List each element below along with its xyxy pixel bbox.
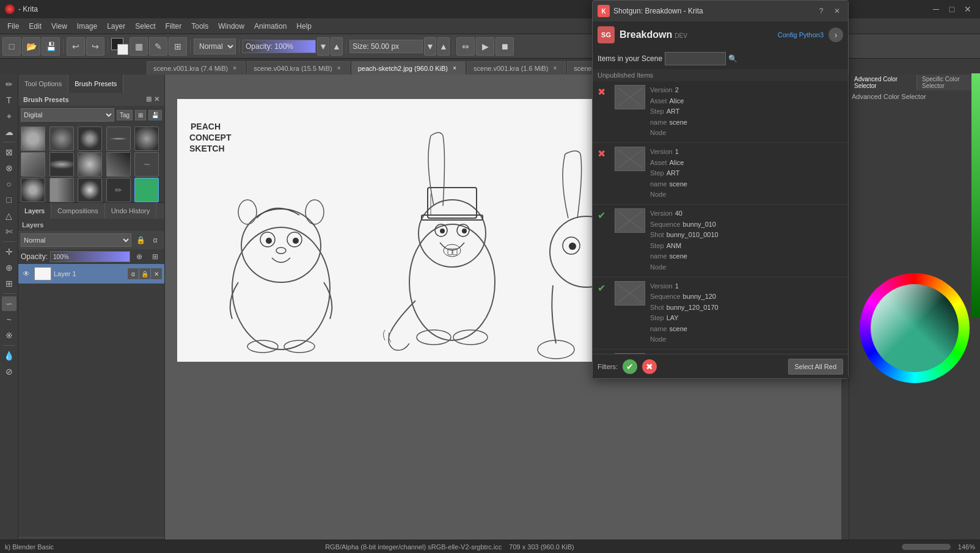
- rectangular-select-tool[interactable]: □: [2, 192, 16, 207]
- green-color-sidebar[interactable]: [971, 73, 980, 318]
- size-down-button[interactable]: ▼: [424, 37, 436, 56]
- brush-item-4[interactable]: [106, 126, 131, 151]
- minimize-button[interactable]: ─: [929, 3, 943, 15]
- freehand-select-tool[interactable]: ⊗: [2, 161, 16, 175]
- layer-opacity-btn[interactable]: ⊕: [133, 251, 146, 263]
- save-button[interactable]: 💾: [42, 37, 60, 56]
- layer-blend-select[interactable]: Normal: [21, 233, 131, 247]
- measurements-tool[interactable]: ⊞: [2, 276, 16, 291]
- canvas-content[interactable]: PEACH CONCEPT SKETCH: [177, 99, 623, 362]
- opacity-up-button[interactable]: ▲: [331, 37, 343, 56]
- brush-save-icon[interactable]: 💾: [148, 110, 162, 120]
- brush-item-8[interactable]: [78, 152, 102, 177]
- menu-item-file[interactable]: File: [2, 21, 24, 32]
- mirror-h-button[interactable]: ⇔: [456, 37, 475, 56]
- path-tool[interactable]: △: [2, 208, 16, 223]
- document-tab-2[interactable]: peach-sketch2.jpg (960.0 KiB)×: [351, 61, 466, 75]
- tab-close-2[interactable]: ×: [450, 64, 459, 73]
- breakdown-item-3[interactable]: ✔ Version40 Sequencebunny_010 Shotbunny_…: [593, 205, 848, 277]
- breakdown-help-button[interactable]: ?: [815, 5, 827, 17]
- brush-type-select[interactable]: Digital: [21, 108, 114, 122]
- tab-close-0[interactable]: ×: [230, 64, 239, 73]
- menu-item-edit[interactable]: Edit: [24, 21, 46, 32]
- brush-item-10[interactable]: ~: [134, 152, 159, 177]
- crop-tool[interactable]: ✄: [2, 224, 16, 239]
- blend-mode-select[interactable]: Normal: [194, 38, 236, 54]
- brush-item-2[interactable]: [49, 126, 74, 151]
- brush-item-14[interactable]: ✏: [106, 178, 131, 202]
- filter-green-button[interactable]: ✔: [623, 359, 637, 374]
- layer-lock-button[interactable]: 🔒: [134, 234, 147, 246]
- menu-item-image[interactable]: Image: [72, 21, 102, 32]
- size-bar[interactable]: Size: 50.00 px: [349, 40, 423, 53]
- menu-item-select[interactable]: Select: [130, 21, 160, 32]
- brush-item-5[interactable]: [134, 126, 159, 151]
- menu-item-tools[interactable]: Tools: [186, 21, 213, 32]
- brush-presets-close[interactable]: ✕: [154, 95, 159, 103]
- brush-item-15[interactable]: [134, 178, 159, 202]
- wrap-around-button[interactable]: ⊞: [169, 37, 187, 56]
- document-tab-0[interactable]: scene.v001.kra (7.4 MiB)×: [147, 61, 246, 75]
- brush-item-12[interactable]: [49, 178, 74, 202]
- select-all-red-button[interactable]: Select All Red: [788, 359, 843, 375]
- size-up-button[interactable]: ▲: [437, 37, 450, 56]
- stop-button[interactable]: ⏹: [495, 37, 514, 56]
- layer-visibility-toggle-1[interactable]: 👁: [21, 268, 32, 279]
- breakdown-item-5[interactable]: ✖ Version1 AssetAlice StepART namescene …: [593, 350, 848, 354]
- paint-bucket-tool[interactable]: ⊠: [2, 145, 16, 159]
- transform-tool[interactable]: ⊕: [2, 260, 16, 275]
- menu-item-window[interactable]: Window: [213, 21, 249, 32]
- layer-delete-btn[interactable]: ✕: [151, 268, 162, 279]
- color-selector[interactable]: [111, 38, 128, 55]
- freehand-brush-tool[interactable]: ✏: [2, 77, 16, 92]
- brush-item-3[interactable]: [78, 126, 102, 151]
- layer-row-1[interactable]: 👁 Layer 1 α 🔒 ✕: [18, 264, 164, 284]
- brush-item-9[interactable]: [106, 152, 131, 177]
- menu-item-view[interactable]: View: [46, 21, 72, 32]
- layer-inherit-btn[interactable]: α: [128, 268, 139, 279]
- pattern-button[interactable]: ▦: [130, 37, 148, 56]
- brush-item-6[interactable]: [21, 152, 45, 177]
- smear-tool[interactable]: ☁: [2, 125, 16, 139]
- contiguous-select-tool[interactable]: ○: [2, 177, 16, 191]
- undo-history-tab[interactable]: Undo History: [105, 203, 157, 219]
- assistant-tool[interactable]: ⊘: [2, 364, 16, 379]
- play-button[interactable]: ▶: [476, 37, 494, 56]
- breakdown-close-button[interactable]: ✕: [831, 5, 843, 17]
- document-tab-1[interactable]: scene.v040.kra (15.5 MiB)×: [247, 61, 349, 75]
- opacity-down-button[interactable]: ▼: [317, 37, 329, 56]
- breakdown-search-input[interactable]: [665, 52, 726, 65]
- advanced-color-selector-tab[interactable]: Advanced Color Selector: [849, 75, 917, 90]
- color-wheel-triangle[interactable]: [871, 284, 959, 372]
- layer-settings-btn[interactable]: ⊞: [148, 251, 162, 263]
- tab-close-1[interactable]: ×: [335, 64, 343, 73]
- brush-presets-tab[interactable]: Brush Presets: [68, 75, 123, 93]
- opacity-bar[interactable]: Opacity: 100%: [243, 40, 316, 53]
- brush-item-13[interactable]: [78, 178, 102, 202]
- menu-item-help[interactable]: Help: [291, 21, 316, 32]
- color-wheel-visual[interactable]: [860, 273, 970, 383]
- breakdown-item-2[interactable]: ✖ Version1 AssetAlice StepART namescene …: [593, 143, 848, 205]
- shape-tool[interactable]: ⌖: [2, 109, 16, 123]
- text-tool[interactable]: T: [2, 93, 16, 108]
- tab-close-3[interactable]: ×: [550, 64, 559, 73]
- move-tool[interactable]: ✛: [2, 244, 16, 259]
- layers-tab[interactable]: Layers: [18, 203, 51, 219]
- breakdown-config-button[interactable]: Config Python3: [778, 31, 824, 38]
- new-document-button[interactable]: □: [2, 37, 21, 56]
- dynamic-brush-tool[interactable]: ~: [2, 312, 16, 327]
- undo-button[interactable]: ↩: [67, 37, 85, 56]
- multibrush-tool[interactable]: ※: [2, 328, 16, 343]
- menu-item-animation[interactable]: Animation: [249, 21, 291, 32]
- brush-settings-button[interactable]: ✎: [149, 37, 167, 56]
- maximize-button[interactable]: □: [945, 3, 959, 15]
- menu-item-filter[interactable]: Filter: [161, 21, 187, 32]
- color-sampler-tool[interactable]: 💧: [2, 348, 16, 363]
- specific-color-selector-tab[interactable]: Specific Color Selector: [917, 75, 980, 90]
- close-button[interactable]: ✕: [960, 3, 975, 15]
- tool-options-tab[interactable]: Tool Options: [18, 75, 68, 93]
- layer-alpha-button[interactable]: α: [148, 234, 162, 246]
- brush-item-7[interactable]: [49, 152, 74, 177]
- tag-button[interactable]: Tag: [117, 110, 133, 120]
- background-color[interactable]: [117, 44, 128, 55]
